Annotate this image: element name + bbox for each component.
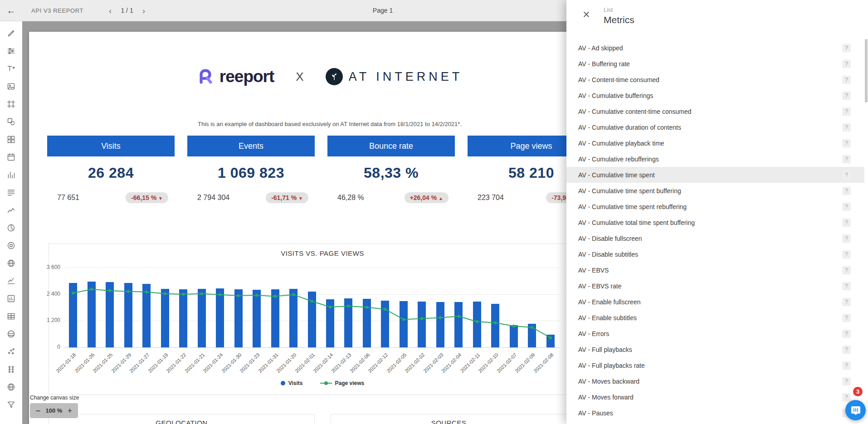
- metric-item[interactable]: AV - Cumulative content-time consumed?: [566, 103, 864, 119]
- help-icon[interactable]: ?: [842, 282, 851, 290]
- visits-bar[interactable]: [88, 282, 96, 347]
- help-icon[interactable]: ?: [842, 297, 851, 306]
- shapes-tool-button[interactable]: [5, 115, 18, 128]
- help-icon[interactable]: ?: [842, 44, 851, 52]
- help-icon[interactable]: ?: [842, 218, 851, 227]
- metric-item[interactable]: AV - Ad skipped?: [566, 40, 864, 56]
- grid-widget-tool-button[interactable]: [5, 132, 18, 146]
- pie-chart-widget-tool-button[interactable]: [5, 221, 18, 234]
- metric-item[interactable]: AV - Cumulative rebufferings?: [566, 151, 864, 167]
- report-name-tab[interactable]: API V3 REEPORT: [31, 7, 83, 14]
- help-icon[interactable]: ?: [842, 59, 851, 68]
- visits-pageviews-chart[interactable]: VISITS VS. PAGE VIEWS 01 2002 4003 60020…: [49, 244, 596, 395]
- legend-page-views[interactable]: Page views: [320, 380, 365, 386]
- close-panel-button[interactable]: ×: [580, 8, 593, 21]
- metric-item[interactable]: AV - EBVS rate?: [566, 278, 864, 294]
- help-icon[interactable]: ?: [842, 313, 851, 322]
- filter-tool-button[interactable]: [5, 44, 18, 58]
- line-chart-widget-tool-button[interactable]: [5, 203, 18, 217]
- visits-bar[interactable]: [142, 284, 151, 347]
- visits-bar[interactable]: [363, 299, 371, 347]
- globe-widget-tool-button[interactable]: [5, 256, 18, 270]
- sphere-widget-tool-button[interactable]: [5, 327, 18, 341]
- visits-bar[interactable]: [271, 289, 279, 347]
- metric-item[interactable]: AV - Full playbacks rate?: [566, 357, 864, 373]
- visits-bar[interactable]: [216, 288, 224, 347]
- help-icon[interactable]: ?: [842, 329, 851, 338]
- table-widget-tool-button[interactable]: [5, 309, 18, 323]
- frame-tool-button[interactable]: [5, 97, 18, 111]
- funnel-widget-tool-button[interactable]: [5, 398, 18, 411]
- scatter-widget-tool-button[interactable]: [5, 345, 18, 358]
- kpi-card-visits[interactable]: Visits26 28477 651-66,15 % ▼: [47, 136, 175, 210]
- help-icon[interactable]: ?: [842, 123, 851, 132]
- visits-bar[interactable]: [253, 290, 261, 347]
- visits-bar[interactable]: [106, 282, 114, 347]
- metric-item[interactable]: AV - Cumulative duration of contents?: [566, 119, 864, 135]
- help-icon[interactable]: ?: [842, 377, 851, 385]
- metric-item[interactable]: AV - Cumulative playback time?: [566, 135, 864, 151]
- visits-bar[interactable]: [308, 292, 316, 347]
- legend-visits[interactable]: Visits: [281, 380, 303, 386]
- visits-bar[interactable]: [436, 302, 444, 347]
- metric-item[interactable]: AV - Cumulative time spent rebuffering?: [566, 199, 864, 214]
- help-icon[interactable]: ?: [842, 250, 851, 258]
- metric-item[interactable]: AV - Errors?: [566, 326, 864, 341]
- help-icon[interactable]: ?: [842, 91, 851, 100]
- help-icon[interactable]: ?: [842, 234, 851, 243]
- metric-item[interactable]: AV - Cumulative total time spent bufferi…: [566, 214, 864, 230]
- visits-bar[interactable]: [234, 289, 243, 347]
- visits-bar[interactable]: [179, 289, 187, 347]
- visits-bar[interactable]: [69, 283, 77, 347]
- visits-bar[interactable]: [289, 289, 297, 347]
- sources-section[interactable]: SOURCES: [331, 414, 567, 424]
- kpi-card-bounce-rate[interactable]: Bounce rate58,33 %46,28 %+26,04 % ▲: [327, 136, 455, 210]
- calendar-widget-tool-button[interactable]: [5, 150, 18, 164]
- trend-widget-tool-button[interactable]: [5, 274, 18, 288]
- visits-bar[interactable]: [510, 325, 518, 347]
- histogram-widget-tool-button[interactable]: [5, 168, 18, 181]
- kpi-card-events[interactable]: Events1 069 8232 794 304-61,71 % ▼: [187, 136, 315, 210]
- image-tool-button[interactable]: [5, 79, 18, 93]
- metric-item[interactable]: AV - Enable fullscreen?: [566, 294, 864, 310]
- visits-bar[interactable]: [491, 304, 499, 347]
- help-icon[interactable]: ?: [842, 361, 851, 370]
- visits-bar[interactable]: [326, 299, 334, 347]
- help-icon[interactable]: ?: [842, 75, 851, 84]
- metric-item[interactable]: AV - Cumulative time spent?: [566, 167, 864, 183]
- metric-item[interactable]: AV - Disable fullscreen?: [566, 230, 864, 246]
- metric-item[interactable]: AV - EBVS?: [566, 262, 864, 278]
- chat-launcher-button[interactable]: [845, 400, 866, 420]
- visits-bar[interactable]: [400, 301, 408, 347]
- prev-page-button[interactable]: ‹: [109, 6, 112, 15]
- metric-item[interactable]: AV - Full playbacks?: [566, 341, 864, 357]
- help-icon[interactable]: ?: [842, 393, 851, 401]
- visits-bar[interactable]: [473, 302, 481, 347]
- visits-bar[interactable]: [381, 301, 389, 347]
- donut-chart-widget-tool-button[interactable]: [5, 239, 18, 252]
- text-tool-button[interactable]: [5, 62, 18, 75]
- visits-bar[interactable]: [418, 302, 426, 347]
- help-icon[interactable]: ?: [842, 186, 851, 195]
- visits-bar[interactable]: [528, 324, 536, 347]
- help-icon[interactable]: ?: [842, 202, 851, 211]
- chart-card-widget-tool-button[interactable]: [5, 292, 18, 305]
- metric-item[interactable]: AV - Cumulative bufferings?: [566, 88, 864, 103]
- edit-tool-button[interactable]: [5, 26, 18, 40]
- zoom-out-button[interactable]: −: [34, 407, 42, 415]
- visits-bar[interactable]: [546, 335, 555, 347]
- visits-bar[interactable]: [344, 298, 352, 347]
- next-page-button[interactable]: ›: [142, 6, 145, 15]
- metric-item[interactable]: AV - Moves forward?: [566, 389, 864, 405]
- visits-bar[interactable]: [198, 289, 206, 347]
- metric-item[interactable]: AV - Buffering rate?: [566, 56, 864, 72]
- metric-item[interactable]: AV - Enable subtitles?: [566, 310, 864, 326]
- zoom-in-button[interactable]: +: [66, 407, 73, 415]
- metric-item[interactable]: AV - Content-time consumed?: [566, 72, 864, 88]
- dots-widget-tool-button[interactable]: [5, 362, 18, 376]
- metric-item[interactable]: AV - Disable subtitles?: [566, 246, 864, 262]
- geolocation-section[interactable]: GEOLOCATION: [49, 414, 315, 424]
- scrollbar-thumb[interactable]: [865, 39, 868, 102]
- help-icon[interactable]: ?: [842, 171, 851, 179]
- help-icon[interactable]: ?: [842, 155, 851, 163]
